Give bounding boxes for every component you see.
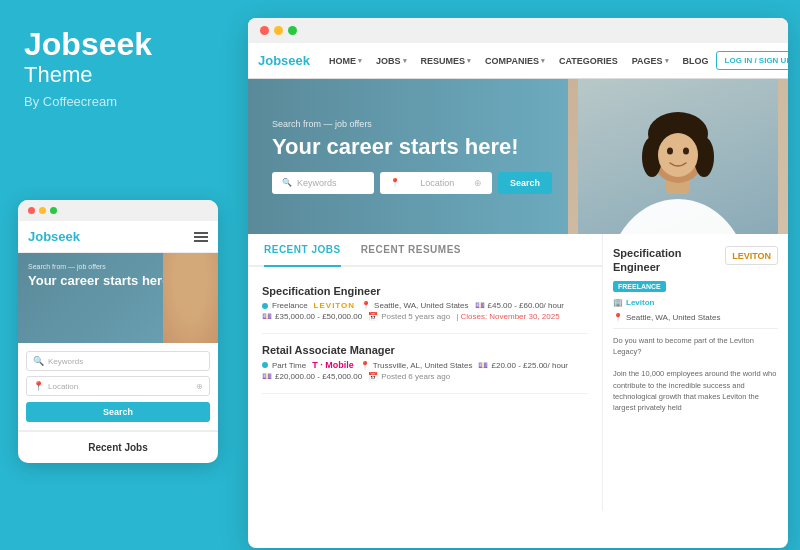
hero-text-area: Search from — job offers Your career sta… [272, 119, 552, 193]
browser-dot-yellow [274, 26, 283, 35]
mobile-dots-bar [18, 200, 218, 221]
location-icon: 📍 [390, 178, 400, 187]
hero-person-photo [163, 253, 218, 343]
mobile-mockup: Jobseek Search from — job offers Your ca… [18, 200, 218, 463]
detail-card-header: Specification Engineer FREELANCE LEVITON [613, 246, 778, 293]
crosshair-icon: ⊕ [474, 178, 482, 188]
nav-home[interactable]: HOME ▾ [322, 43, 369, 79]
hero-search-button[interactable]: Search [498, 172, 552, 194]
left-panel: Jobseek Theme By Coffeecream Jobseek Sea… [0, 0, 248, 550]
job-item: Retail Associate Manager Part Time T · M… [262, 334, 588, 394]
nav-links: HOME ▾ JOBS ▾ RESUMES ▾ COMPANIES ▾ CATE… [322, 43, 716, 79]
job-posted-tag: 📅 Posted 5 years ago [368, 312, 450, 321]
job-meta-row-2: 💷 £20,000.00 - £45,000.00 📅 Posted 6 yea… [262, 372, 588, 381]
type-dot-icon [262, 362, 268, 368]
job-company-tag: T · Mobile [312, 360, 354, 370]
detail-description: Do you want to become part of the Levito… [613, 335, 778, 414]
job-type-tag: Part Time [262, 360, 306, 370]
mobile-keywords-input[interactable]: 🔍 Keywords [26, 351, 210, 371]
chevron-down-icon: ▾ [358, 57, 362, 65]
company-icon: 🏢 [613, 298, 623, 307]
job-salary-range-tag: 💷 £20,000.00 - £45,000.00 [262, 372, 362, 381]
search-icon: 🔍 [282, 178, 292, 187]
chevron-down-icon: ▾ [541, 57, 545, 65]
chevron-down-icon: ▾ [665, 57, 669, 65]
detail-company: 🏢 Leviton [613, 298, 778, 307]
chevron-down-icon: ▾ [467, 57, 471, 65]
hero-photo [568, 79, 788, 234]
mobile-search-area: 🔍 Keywords 📍 Location ⊕ Search [18, 343, 218, 430]
tab-recent-resumes[interactable]: RECENT RESUMES [361, 234, 461, 267]
leviton-logo: LEVITON [725, 246, 778, 265]
browser-dot-green [288, 26, 297, 35]
job-location-tag: 📍 Trussville, AL, United States [360, 360, 473, 370]
tab-recent-jobs[interactable]: RECENT JOBS [264, 234, 341, 267]
nav-categories[interactable]: CATEGORIES [552, 43, 625, 79]
svg-point-0 [608, 199, 748, 234]
mobile-nav-brand: Jobseek [28, 229, 80, 244]
type-dot-icon [262, 303, 268, 309]
job-listings: Specification Engineer Freelance LEVITON… [248, 267, 602, 402]
hero-section: Search from — job offers Your career sta… [248, 79, 788, 234]
nav-resumes[interactable]: RESUMES ▾ [414, 43, 479, 79]
svg-point-7 [667, 148, 673, 155]
location-pin-icon: 📍 [360, 361, 370, 370]
leviton-logo-inline: LEVITON [314, 301, 356, 310]
hero-person-svg [578, 79, 778, 234]
main-content: RECENT JOBS RECENT RESUMES Specification… [248, 234, 603, 511]
detail-location: 📍 Seattle, WA, United States [613, 313, 778, 322]
brand-subtitle: Theme [24, 62, 224, 88]
salary-icon: 💷 [478, 361, 488, 370]
brand-by: By Coffeecream [24, 94, 224, 109]
location-pin-icon: 📍 [361, 301, 371, 310]
job-location-tag: 📍 Seattle, WA, United States [361, 301, 468, 310]
svg-point-8 [683, 148, 689, 155]
job-company-tag: LEVITON [314, 301, 356, 310]
hero-person-figure [578, 79, 778, 234]
hamburger-icon[interactable] [194, 232, 208, 242]
job-salary-tag: 💷 £45.00 - £60.00/ hour [475, 301, 565, 310]
nav-brand: Jobseek [258, 53, 310, 68]
job-title[interactable]: Retail Associate Manager [262, 344, 588, 356]
mobile-dot-red [28, 207, 35, 214]
location-pin-icon: 📍 [613, 313, 623, 322]
mobile-location-input[interactable]: 📍 Location ⊕ [26, 376, 210, 396]
job-item: Specification Engineer Freelance LEVITON… [262, 275, 588, 334]
content-area: RECENT JOBS RECENT RESUMES Specification… [248, 234, 788, 511]
job-salary-range-tag: 💷 £35,000.00 - £50,000.00 [262, 312, 362, 321]
mobile-hero: Search from — job offers Your career sta… [18, 253, 218, 343]
detail-job-title: Specification Engineer [613, 246, 725, 275]
hero-keywords-input[interactable]: 🔍 Keywords [272, 172, 374, 194]
detail-sidebar: Specification Engineer FREELANCE LEVITON… [603, 234, 788, 511]
browser-window: Jobseek HOME ▾ JOBS ▾ RESUMES ▾ COMPANIE… [248, 18, 788, 548]
job-meta-row-2: 💷 £35,000.00 - £50,000.00 📅 Posted 5 yea… [262, 312, 588, 321]
detail-divider [613, 328, 778, 329]
location-crosshair-icon: ⊕ [196, 382, 203, 391]
hero-title: Your career starts here! [272, 134, 552, 159]
calendar-icon: 📅 [368, 312, 378, 321]
detail-job-info: Specification Engineer FREELANCE [613, 246, 725, 293]
nav-jobs[interactable]: JOBS ▾ [369, 43, 414, 79]
mobile-dot-yellow [39, 207, 46, 214]
mobile-search-button[interactable]: Search [26, 402, 210, 422]
job-meta-row-1: Freelance LEVITON 📍 Seattle, WA, United … [262, 301, 588, 310]
nav-companies[interactable]: COMPANIES ▾ [478, 43, 552, 79]
chevron-down-icon: ▾ [403, 57, 407, 65]
nav-blog[interactable]: BLOG [676, 43, 716, 79]
hero-location-input[interactable]: 📍 Location ⊕ [380, 172, 492, 194]
job-title[interactable]: Specification Engineer [262, 285, 588, 297]
job-salary-tag: 💷 £20.00 - £25.00/ hour [478, 360, 568, 370]
job-meta-row-1: Part Time T · Mobile 📍 Trussville, AL, U… [262, 360, 588, 370]
mobile-hero-image [163, 253, 218, 343]
salary-icon: 💷 [475, 301, 485, 310]
nav-pages[interactable]: PAGES ▾ [625, 43, 676, 79]
mobile-dot-green [50, 207, 57, 214]
mobile-recent-jobs-label: Recent Jobs [18, 430, 218, 463]
job-type-tag: Freelance [262, 301, 308, 310]
location-icon: 📍 [33, 381, 44, 391]
salary-range-icon: 💷 [262, 312, 272, 321]
login-button[interactable]: LOG IN / SIGN UP [716, 51, 788, 70]
calendar-icon: 📅 [368, 372, 378, 381]
browser-dots-bar [248, 18, 788, 43]
search-icon: 🔍 [33, 356, 44, 366]
